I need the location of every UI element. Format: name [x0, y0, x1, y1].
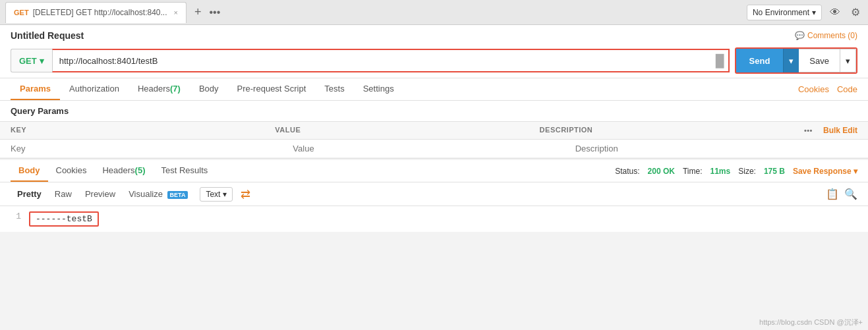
method-dropdown-arrow: ▾: [40, 56, 44, 66]
comments-label: Comments (0): [807, 31, 857, 40]
request-tab[interactable]: GET [DELETED] GET http://localhost:840..…: [5, 2, 187, 23]
save-response-button[interactable]: Save Response ▾: [793, 167, 857, 176]
size-label: Size:: [738, 167, 756, 176]
params-row: [0, 140, 868, 158]
settings-icon[interactable]: ⚙: [848, 5, 863, 20]
tab-headers[interactable]: Headers(7): [129, 78, 190, 100]
query-params-section: Query Params KEY VALUE DESCRIPTION ••• B…: [0, 101, 868, 158]
status-label: Status:: [615, 167, 639, 176]
eye-icon[interactable]: 👁: [827, 5, 843, 20]
key-input[interactable]: [11, 144, 293, 153]
resp-line-1: 1 ------testB: [11, 211, 857, 227]
resp-tab-body[interactable]: Body: [11, 160, 48, 182]
cookies-link[interactable]: Cookies: [798, 84, 829, 94]
environment-dropdown-arrow: ▾: [812, 8, 816, 17]
new-tab-button[interactable]: +: [189, 5, 207, 19]
resp-tab-test-results[interactable]: Test Results: [154, 160, 216, 182]
save-button[interactable]: Save: [799, 49, 840, 72]
line-number-1: 1: [11, 211, 21, 227]
value-input[interactable]: [293, 144, 575, 153]
tab-body[interactable]: Body: [190, 78, 228, 100]
method-label: GET: [19, 56, 37, 66]
format-preview[interactable]: Preview: [78, 186, 122, 202]
request-tabs: Params Authorization Headers(7) Body Pre…: [0, 78, 868, 101]
bulk-edit-button[interactable]: Bulk Edit: [823, 126, 857, 135]
tab-tests[interactable]: Tests: [315, 78, 353, 100]
tab-pre-request[interactable]: Pre-request Script: [228, 78, 316, 100]
status-value: 200 OK: [648, 167, 675, 176]
tab-settings[interactable]: Settings: [354, 78, 403, 100]
tab-url: [DELETED] GET http://localhost:840...: [33, 8, 167, 17]
url-bar: GET ▾ █ Send ▾ Save ▾: [0, 43, 868, 78]
col-description: DESCRIPTION: [540, 126, 804, 135]
resp-tab-cookies[interactable]: Cookies: [48, 160, 95, 182]
url-input-wrapper: █: [52, 49, 730, 72]
format-pretty[interactable]: Pretty: [11, 186, 48, 202]
params-header: KEY VALUE DESCRIPTION ••• Bulk Edit: [0, 121, 868, 140]
request-title-bar: Untitled Request 💬 Comments (0): [0, 25, 868, 43]
code-link[interactable]: Code: [837, 84, 857, 94]
method-selector[interactable]: GET ▾: [11, 49, 52, 72]
response-tabs-bar: Body Cookies Headers(5) Test Results Sta…: [0, 160, 868, 182]
send-button[interactable]: Send: [736, 49, 784, 72]
time-label: Time:: [683, 167, 703, 176]
tab-authorization[interactable]: Authorization: [60, 78, 129, 100]
description-input[interactable]: [575, 144, 857, 153]
comments-link[interactable]: 💬 Comments (0): [795, 31, 857, 40]
environment-selector[interactable]: No Environment ▾: [747, 5, 822, 20]
search-icon[interactable]: 🔍: [844, 188, 857, 200]
format-type-dropdown[interactable]: Text ▾: [200, 187, 233, 202]
response-format-bar: Pretty Raw Preview Visualize BETA Text ▾…: [0, 182, 868, 206]
cursor-indicator: █: [716, 54, 728, 68]
resp-tab-headers[interactable]: Headers(5): [94, 160, 153, 182]
send-save-group: Send ▾ Save ▾: [735, 47, 857, 74]
size-value: 175 B: [764, 167, 785, 176]
tab-close-icon[interactable]: ×: [174, 9, 178, 16]
query-params-title: Query Params: [0, 101, 868, 121]
tab-method: GET: [14, 9, 29, 16]
url-input[interactable]: [53, 50, 716, 71]
request-title: Untitled Request: [11, 30, 84, 41]
tab-params[interactable]: Params: [11, 78, 60, 100]
copy-icon[interactable]: 📋: [826, 188, 839, 200]
resp-code-1: ------testB: [29, 211, 99, 227]
beta-badge: BETA: [167, 191, 188, 199]
save-dropdown-button[interactable]: ▾: [840, 49, 856, 72]
col-value: VALUE: [275, 126, 539, 135]
format-raw[interactable]: Raw: [48, 186, 78, 202]
environment-label: No Environment: [753, 8, 809, 17]
wrap-icon[interactable]: ⇄: [241, 187, 250, 202]
comment-icon: 💬: [795, 31, 805, 40]
format-visualize[interactable]: Visualize BETA: [122, 186, 194, 202]
response-status: Status: 200 OK Time: 11ms Size: 175 B Sa…: [615, 167, 857, 176]
send-dropdown-button[interactable]: ▾: [783, 49, 799, 72]
time-value: 11ms: [710, 167, 731, 176]
tab-more-button[interactable]: •••: [206, 7, 223, 18]
col-key: KEY: [11, 126, 275, 135]
params-more-icon[interactable]: •••: [804, 126, 813, 134]
response-body: 1 ------testB: [0, 206, 868, 232]
